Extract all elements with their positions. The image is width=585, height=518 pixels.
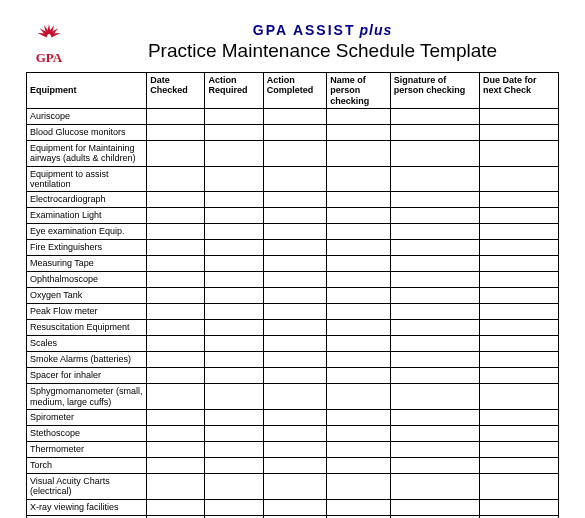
empty-cell bbox=[205, 109, 263, 125]
empty-cell bbox=[263, 410, 326, 426]
empty-cell bbox=[480, 320, 559, 336]
empty-cell bbox=[263, 288, 326, 304]
empty-cell bbox=[480, 336, 559, 352]
empty-cell bbox=[327, 474, 390, 500]
empty-cell bbox=[480, 410, 559, 426]
empty-cell bbox=[263, 304, 326, 320]
empty-cell bbox=[327, 304, 390, 320]
empty-cell bbox=[263, 336, 326, 352]
empty-cell bbox=[327, 256, 390, 272]
gpa-logo: GPA bbox=[26, 18, 86, 66]
equipment-cell: Resuscitation Equipment bbox=[27, 320, 147, 336]
empty-cell bbox=[205, 458, 263, 474]
empty-cell bbox=[480, 208, 559, 224]
empty-cell bbox=[147, 109, 205, 125]
empty-cell bbox=[327, 272, 390, 288]
empty-cell bbox=[205, 499, 263, 515]
empty-cell bbox=[205, 256, 263, 272]
table-row: Smoke Alarms (batteries) bbox=[27, 352, 559, 368]
equipment-cell: Stethoscope bbox=[27, 426, 147, 442]
empty-cell bbox=[327, 208, 390, 224]
equipment-cell: X-ray viewing facilities bbox=[27, 499, 147, 515]
empty-cell bbox=[390, 272, 479, 288]
equipment-cell: Ophthalmoscope bbox=[27, 272, 147, 288]
col-action-required: Action Required bbox=[205, 73, 263, 109]
empty-cell bbox=[147, 288, 205, 304]
empty-cell bbox=[205, 192, 263, 208]
col-name-person: Name of person checking bbox=[327, 73, 390, 109]
empty-cell bbox=[147, 320, 205, 336]
empty-cell bbox=[205, 288, 263, 304]
empty-cell bbox=[147, 208, 205, 224]
empty-cell bbox=[147, 240, 205, 256]
table-row: Blood Glucose monitors bbox=[27, 125, 559, 141]
empty-cell bbox=[480, 474, 559, 500]
empty-cell bbox=[205, 125, 263, 141]
empty-cell bbox=[390, 208, 479, 224]
empty-cell bbox=[390, 304, 479, 320]
empty-cell bbox=[263, 499, 326, 515]
col-due-date: Due Date for next Check bbox=[480, 73, 559, 109]
empty-cell bbox=[263, 458, 326, 474]
empty-cell bbox=[327, 240, 390, 256]
empty-cell bbox=[147, 384, 205, 410]
empty-cell bbox=[390, 240, 479, 256]
empty-cell bbox=[205, 320, 263, 336]
empty-cell bbox=[147, 410, 205, 426]
title-block: GPA ASSISTplus Practice Maintenance Sche… bbox=[86, 18, 559, 62]
table-row: Resuscitation Equipment bbox=[27, 320, 559, 336]
empty-cell bbox=[147, 304, 205, 320]
empty-cell bbox=[205, 474, 263, 500]
empty-cell bbox=[327, 384, 390, 410]
empty-cell bbox=[327, 458, 390, 474]
empty-cell bbox=[147, 352, 205, 368]
table-row: Measuring Tape bbox=[27, 256, 559, 272]
page-title: Practice Maintenance Schedule Template bbox=[86, 40, 559, 62]
empty-cell bbox=[327, 499, 390, 515]
empty-cell bbox=[480, 368, 559, 384]
empty-cell bbox=[205, 166, 263, 192]
table-row: Thermometer bbox=[27, 442, 559, 458]
empty-cell bbox=[390, 442, 479, 458]
empty-cell bbox=[480, 224, 559, 240]
empty-cell bbox=[390, 499, 479, 515]
empty-cell bbox=[390, 426, 479, 442]
brand-name: GPA ASSIST bbox=[253, 22, 356, 38]
empty-cell bbox=[480, 384, 559, 410]
empty-cell bbox=[263, 368, 326, 384]
empty-cell bbox=[327, 141, 390, 167]
empty-cell bbox=[480, 109, 559, 125]
table-row: Scales bbox=[27, 336, 559, 352]
equipment-cell: Peak Flow meter bbox=[27, 304, 147, 320]
equipment-cell: Spirometer bbox=[27, 410, 147, 426]
empty-cell bbox=[327, 224, 390, 240]
empty-cell bbox=[327, 109, 390, 125]
empty-cell bbox=[480, 192, 559, 208]
equipment-cell: Spacer for inhaler bbox=[27, 368, 147, 384]
table-row: X-ray viewing facilities bbox=[27, 499, 559, 515]
empty-cell bbox=[205, 368, 263, 384]
empty-cell bbox=[205, 304, 263, 320]
table-row: Oxygen Tank bbox=[27, 288, 559, 304]
empty-cell bbox=[480, 256, 559, 272]
equipment-cell: Examination Light bbox=[27, 208, 147, 224]
empty-cell bbox=[205, 240, 263, 256]
table-row: Equipment to assist ventilation bbox=[27, 166, 559, 192]
empty-cell bbox=[205, 384, 263, 410]
empty-cell bbox=[390, 474, 479, 500]
equipment-cell: Measuring Tape bbox=[27, 256, 147, 272]
empty-cell bbox=[390, 256, 479, 272]
empty-cell bbox=[147, 458, 205, 474]
empty-cell bbox=[327, 426, 390, 442]
empty-cell bbox=[327, 192, 390, 208]
col-equipment: Equipment bbox=[27, 73, 147, 109]
empty-cell bbox=[263, 474, 326, 500]
empty-cell bbox=[263, 384, 326, 410]
empty-cell bbox=[147, 256, 205, 272]
empty-cell bbox=[480, 304, 559, 320]
empty-cell bbox=[390, 125, 479, 141]
empty-cell bbox=[390, 458, 479, 474]
empty-cell bbox=[390, 288, 479, 304]
table-row: Sphygmomanometer (small, medium, large c… bbox=[27, 384, 559, 410]
empty-cell bbox=[147, 368, 205, 384]
